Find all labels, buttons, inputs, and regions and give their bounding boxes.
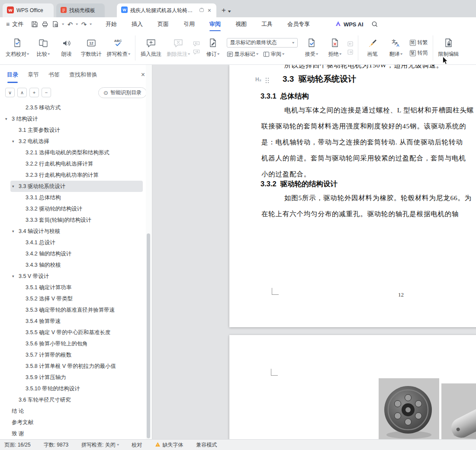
toc-item[interactable]: 3.5.4 验算带速	[0, 316, 145, 327]
toc-item[interactable]: 3.5.10 带轮的结构设计	[0, 383, 145, 394]
menu-tab-2[interactable]: 页面	[157, 20, 170, 28]
compare-button[interactable]: 比较▾	[32, 34, 55, 62]
insert-comment-button[interactable]: 插入批注	[138, 34, 164, 62]
toc-collapse-all-button[interactable]: −	[42, 88, 51, 97]
menu-tab-6[interactable]: 工具	[261, 20, 273, 28]
toc-jump-down-button[interactable]: ∨	[5, 88, 15, 97]
spell-check-button[interactable]: ABC 拼写检查▾	[105, 34, 132, 62]
toc-item[interactable]: 3.5.2 选择 V 带类型	[0, 293, 145, 304]
menu-tab-4[interactable]: 审阅	[209, 20, 222, 28]
toc-item[interactable]: ▾3.5 V 带设计	[0, 271, 145, 282]
sidebar-tab-toc[interactable]: 目录	[7, 65, 18, 85]
toc-jump-up-button[interactable]: ∧	[17, 88, 27, 97]
sidebar-tab-find-replace[interactable]: 查找和替换	[69, 65, 97, 85]
pen-button[interactable]: 画笔	[361, 34, 384, 62]
sidebar-scrollbar[interactable]	[146, 65, 151, 439]
file-menu-button[interactable]: ≡ 文件	[6, 20, 23, 28]
tab-list-chevron-icon[interactable]: ▾	[228, 9, 231, 13]
toc-item[interactable]: 3.5.6 验算小带轮上的包角	[0, 338, 145, 349]
toc-item[interactable]: 3.5.3 确定带轮的基准直径并验算带速	[0, 304, 145, 316]
accept-change-button[interactable]: 接受▾	[300, 34, 323, 62]
tab-active-document[interactable]: W 残疾人轮腿式机器人轮椅机械 ×	[117, 3, 216, 17]
read-aloud-button[interactable]: 朗读	[55, 34, 78, 62]
menu-tab-7[interactable]: 会员专享	[286, 20, 311, 28]
chevron-down-icon[interactable]: ▾	[90, 22, 92, 26]
doc-proofread-button[interactable]: 文档校对▾	[3, 34, 31, 62]
word-count-button[interactable]: 12 字数统计	[79, 34, 104, 62]
markup-state-select[interactable]: 显示标记的最终状态 ▾	[227, 38, 298, 48]
spell-check-status[interactable]: 拼写检查: 关闭 ▾	[81, 441, 119, 449]
toc-item[interactable]: 3.2.2 行走机构电机选择计算	[0, 158, 145, 169]
review-pane-button[interactable]: 审阅 ▾	[263, 51, 284, 58]
toc-item[interactable]: 3.4.1 总设计	[0, 237, 145, 248]
menu-tab-0[interactable]: 开始	[105, 20, 118, 28]
toc-item[interactable]: 3.1 主要参数设计	[0, 124, 145, 136]
proofread-status-button[interactable]: 校对	[132, 441, 142, 449]
toc-item[interactable]: 3.2.1 选择电动机的类型和结构形式	[0, 147, 145, 158]
toc-collapse-icon[interactable]: ▾	[12, 139, 19, 144]
toc-item[interactable]: 3.5.8 计算单根 V 带的初拉力的最小值	[0, 361, 145, 372]
toc-item[interactable]: 3.3.1 总体结构	[0, 192, 145, 203]
translate-button[interactable]: 文A 翻译▾	[385, 34, 407, 62]
toc-collapse-icon[interactable]: ▾	[12, 184, 19, 188]
drag-handle-icon[interactable]	[265, 77, 270, 84]
scrollbar-thumb[interactable]	[147, 233, 150, 438]
toc-item[interactable]: 3.5.7 计算带的根数	[0, 349, 145, 361]
toc-item[interactable]: 3.5.9 计算压轴力	[0, 372, 145, 383]
toc-item[interactable]: 致 谢	[0, 428, 145, 439]
save-icon[interactable]	[31, 21, 38, 28]
previous-comment-icon[interactable]	[193, 41, 201, 47]
document-area[interactable]: 所以选择四个驱动轮电机为150W，适用无级调速。 H₂ 3.3 驱动轮系统设计 …	[152, 65, 476, 439]
tab-wps-home[interactable]: W WPS Office	[3, 3, 54, 17]
track-changes-button[interactable]: 修订▾	[202, 34, 224, 62]
tab-template-doc[interactable]: 找稿壳模板	[56, 3, 105, 17]
next-comment-icon[interactable]	[193, 49, 201, 55]
toc-collapse-icon[interactable]: ▾	[5, 117, 12, 121]
reject-change-button[interactable]: 拒绝▾	[324, 34, 346, 62]
sidebar-tab-bookmarks[interactable]: 书签	[48, 65, 60, 85]
toc-item[interactable]: 3.3.2 驱动轮的结构设计	[0, 203, 145, 214]
undo-icon[interactable]: ↶	[68, 21, 73, 28]
toc-item[interactable]: ▾3.4 轴设计与校核	[0, 226, 145, 237]
compatibility-mode-status[interactable]: 兼容模式	[196, 441, 217, 449]
document-page-17[interactable]	[229, 335, 476, 439]
print-icon[interactable]	[42, 21, 48, 28]
new-tab-button[interactable]: +	[222, 6, 226, 15]
toc-item[interactable]: 3.3.3 套筒(轮轴)的结构设计	[0, 214, 145, 226]
delete-comment-button[interactable]: 删除批注▾	[164, 34, 192, 62]
toc-collapse-icon[interactable]: ▾	[12, 229, 19, 233]
to-simplified-button[interactable]: 繁 转简	[410, 49, 428, 57]
toc-item[interactable]: 结 论	[0, 405, 145, 417]
toc-collapse-icon[interactable]: ▾	[12, 274, 19, 278]
menu-tab-5[interactable]: 视图	[235, 20, 248, 28]
chevron-down-icon[interactable]: ▾	[76, 22, 78, 26]
toc-item[interactable]: 3.4.2 轴的结构设计	[0, 248, 145, 259]
print-preview-icon[interactable]	[52, 21, 59, 28]
toc-item[interactable]: ▾3.3 驱动轮系统设计	[10, 181, 143, 192]
toc-item[interactable]: 3.5.5 确定 V 带的中心距和基准长度	[0, 327, 145, 338]
sidebar-tab-chapters[interactable]: 章节	[28, 65, 39, 85]
show-markup-button[interactable]: 显示标记 ▾	[227, 51, 258, 58]
previous-change-icon[interactable]	[347, 41, 355, 47]
toc-expand-all-button[interactable]: +	[29, 88, 39, 97]
wps-ai-button[interactable]: WPS AI	[335, 20, 363, 28]
missing-font-warning[interactable]: ! 缺失字体	[155, 441, 183, 449]
toc-item[interactable]: 3.4.3 轴的校核	[0, 259, 145, 271]
smart-toc-button[interactable]: ⊙ 智能识别目录	[98, 87, 147, 98]
redo-icon[interactable]: ↷	[81, 21, 87, 28]
search-icon[interactable]	[371, 21, 378, 28]
menu-tab-3[interactable]: 引用	[183, 20, 196, 28]
word-count-status[interactable]: 字数: 9873	[44, 441, 68, 449]
toc-item[interactable]: 3.5.1 确定计算功率	[0, 282, 145, 293]
toc-item[interactable]: 3.2.3 行走机构电机功率的计算	[0, 169, 145, 181]
close-tab-icon[interactable]: ×	[207, 7, 212, 13]
toc-item[interactable]: ▾3.2 电机选择	[0, 136, 145, 147]
toc-item[interactable]: 3.6 车轮半径尺寸研究	[0, 394, 145, 405]
toc-item[interactable]: 参考文献	[0, 417, 145, 428]
chevron-down-icon[interactable]: ▾	[62, 22, 64, 26]
next-change-icon[interactable]	[347, 49, 355, 55]
toc-item[interactable]: 2.3.5 移动方式	[0, 102, 145, 113]
toc-item[interactable]: ▾3 结构设计	[0, 113, 145, 124]
document-page-16[interactable]: 所以选择四个驱动轮电机为150W，适用无级调速。 H₂ 3.3 驱动轮系统设计 …	[229, 65, 476, 327]
menu-tab-1[interactable]: 插入	[131, 20, 144, 28]
